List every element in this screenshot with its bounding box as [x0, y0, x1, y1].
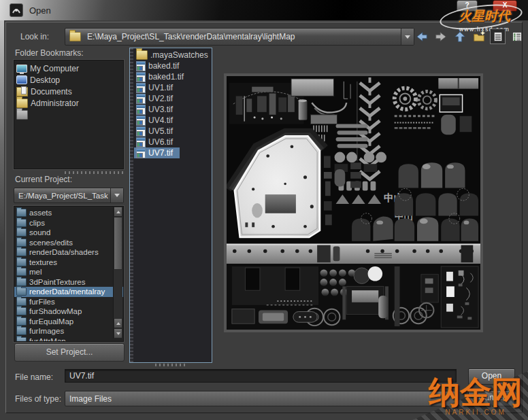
file-label: UV6.tif	[148, 137, 173, 147]
project-folder-item[interactable]: furEqualMap	[14, 317, 123, 327]
image-file-icon	[136, 137, 146, 147]
file-item[interactable]: UV5.tif	[134, 126, 212, 137]
project-folder-item[interactable]: renderData/mentalray	[14, 287, 123, 297]
files-of-type-combobox[interactable]: Image Files	[65, 391, 457, 406]
project-folder-label: assets	[29, 209, 52, 217]
image-file-icon	[136, 126, 146, 137]
file-name-input[interactable]	[65, 369, 457, 383]
file-label: .mayaSwatches	[150, 50, 208, 60]
list-view-icon[interactable]	[490, 29, 506, 44]
splitter-handle[interactable]	[65, 171, 123, 174]
dropdown-arrow[interactable]	[401, 29, 414, 45]
project-folder-item[interactable]: clips	[14, 218, 123, 228]
image-file-icon	[136, 83, 146, 93]
project-folder-item[interactable]: furImages	[14, 326, 123, 336]
files-of-type-value: Image Files	[69, 394, 112, 404]
current-project-combobox[interactable]: E:/Maya_Project/SL_Task	[14, 188, 124, 203]
title-bar[interactable]: Open ? X	[0, 0, 528, 20]
image-file-icon	[136, 105, 146, 115]
folder-icon	[16, 327, 27, 335]
project-folder-label: clips	[29, 219, 45, 227]
forward-icon[interactable]	[433, 29, 448, 44]
file-label: UV2.tif	[148, 94, 173, 103]
bookmark-label: My Computer	[30, 64, 79, 73]
project-folder-label: furImages	[29, 327, 64, 335]
bookmark-item[interactable]: My Computer	[14, 63, 123, 74]
create-new-folder-icon[interactable]	[471, 29, 486, 44]
details-view-icon[interactable]	[509, 29, 525, 44]
file-item[interactable]: UV2.tif	[134, 93, 212, 104]
project-folder-item[interactable]: assets	[14, 208, 123, 218]
image-file-icon	[136, 72, 146, 82]
project-folder-item[interactable]: 3dPaintTextures	[14, 277, 123, 287]
folder-icon	[16, 219, 27, 227]
bookmark-item[interactable]: Administrator	[14, 97, 123, 109]
dropdown-arrow[interactable]	[110, 188, 123, 203]
window-title: Open	[29, 5, 51, 16]
project-folder-item[interactable]: furShadowMap	[14, 307, 123, 317]
project-folder-label: renderData/mentalray	[29, 287, 105, 296]
scroll-up-icon[interactable]	[114, 318, 122, 328]
back-icon[interactable]	[414, 29, 429, 44]
file-item[interactable]: UV4.tif	[134, 115, 212, 126]
open-button[interactable]: Open	[468, 368, 515, 385]
folder-icon	[16, 307, 27, 315]
file-item[interactable]: UV1.tif	[134, 82, 212, 93]
folder-icon	[69, 32, 81, 41]
bookmark-item[interactable]: Documents	[14, 86, 123, 97]
file-label: UV4.tif	[148, 116, 173, 125]
file-item[interactable]: UV6.tif	[134, 137, 212, 147]
folder-icon	[16, 239, 27, 247]
maya-app-icon	[10, 3, 23, 17]
scrollbar-thumb[interactable]	[114, 217, 122, 270]
project-folder-label: sound	[29, 228, 50, 237]
file-item[interactable]: baked.tif	[134, 60, 212, 71]
project-list-scrollbar[interactable]	[113, 207, 122, 338]
folder-icon	[16, 209, 27, 217]
image-file-icon	[136, 148, 146, 158]
file-item[interactable]: UV3.tif	[134, 104, 212, 115]
file-list-scrollbar[interactable]	[130, 48, 133, 362]
folder-bookmarks-list[interactable]: My Computer Desktop Documents Administra…	[14, 60, 124, 169]
project-folder-label: furShadowMap	[29, 307, 82, 315]
folder-yellow-icon	[136, 50, 148, 60]
project-folder-item[interactable]: renderData/shaders	[14, 247, 123, 258]
project-folder-label: 3dPaintTextures	[29, 278, 85, 286]
project-folder-label: furEqualMap	[29, 317, 73, 326]
set-project-button[interactable]: Set Project...	[14, 343, 125, 362]
file-label: UV3.tif	[148, 105, 173, 114]
file-list[interactable]: .mayaSwatches baked.tif baked1.tif UV1.t…	[129, 48, 212, 363]
project-folder-item[interactable]: mel	[14, 267, 123, 277]
cancel-button[interactable]: Cancel	[468, 390, 515, 406]
project-folder-item[interactable]: scenes/edits	[14, 238, 123, 248]
close-icon[interactable]: X	[493, 0, 517, 12]
splitter-handle[interactable]	[155, 364, 185, 366]
help-button[interactable]: ?	[457, 0, 478, 12]
file-item[interactable]: baked1.tif	[134, 71, 212, 82]
scroll-up-icon[interactable]	[114, 207, 122, 217]
file-item[interactable]: UV7.tif	[134, 147, 180, 158]
file-label: baked1.tif	[148, 72, 184, 82]
bookmark-item[interactable]	[14, 109, 123, 120]
project-folder-item[interactable]: sound	[14, 228, 123, 238]
folder-icon	[16, 287, 27, 296]
files-of-type-label: Files of type:	[15, 394, 61, 404]
look-in-combobox[interactable]: E:\Maya_Project\SL_Task\renderData\menta…	[65, 28, 414, 46]
project-folders-list[interactable]: assets clips sound scenes/edits renderDa…	[14, 206, 124, 342]
navigation-toolbar	[414, 29, 525, 44]
image-file-icon	[136, 116, 146, 126]
project-folder-label: scenes/edits	[29, 239, 73, 247]
file-label: baked.tif	[148, 61, 179, 71]
file-item[interactable]: .mayaSwatches	[134, 50, 212, 60]
scroll-down-icon[interactable]	[114, 328, 122, 338]
folder-icon	[16, 298, 27, 306]
project-folder-item[interactable]: furAttrMap	[14, 336, 123, 343]
image-file-icon	[136, 94, 146, 104]
folder-icon	[16, 248, 27, 256]
look-in-path: E:\Maya_Project\SL_Task\renderData\menta…	[87, 32, 295, 41]
up-icon[interactable]	[452, 29, 467, 44]
bookmark-item[interactable]: Desktop	[14, 74, 123, 86]
folder-icon	[16, 317, 27, 326]
project-folder-item[interactable]: textures	[14, 258, 123, 268]
project-folder-item[interactable]: furFiles	[14, 297, 123, 307]
